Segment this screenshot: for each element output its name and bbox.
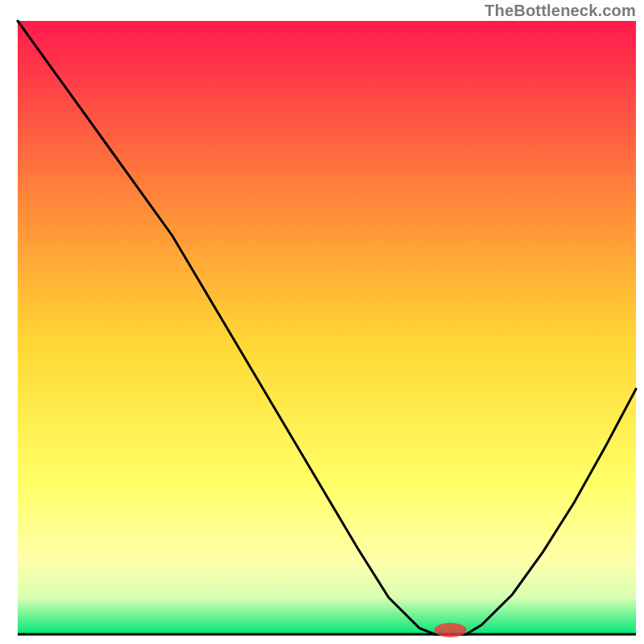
watermark-text: TheBottleneck.com <box>485 2 636 20</box>
bottleneck-plot <box>0 0 644 644</box>
optimal-marker <box>435 623 467 638</box>
chart-container: TheBottleneck.com <box>0 0 644 644</box>
plot-background <box>18 21 636 634</box>
